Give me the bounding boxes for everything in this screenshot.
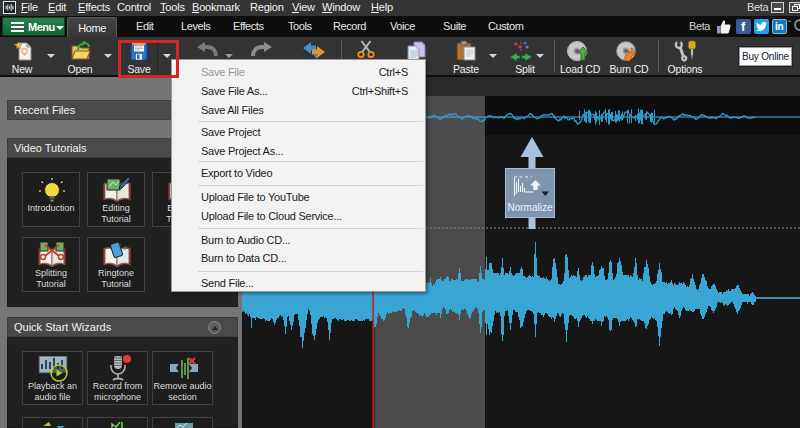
svg-text:♪: ♪ — [118, 242, 122, 248]
svg-text:♪: ♪ — [123, 242, 128, 252]
